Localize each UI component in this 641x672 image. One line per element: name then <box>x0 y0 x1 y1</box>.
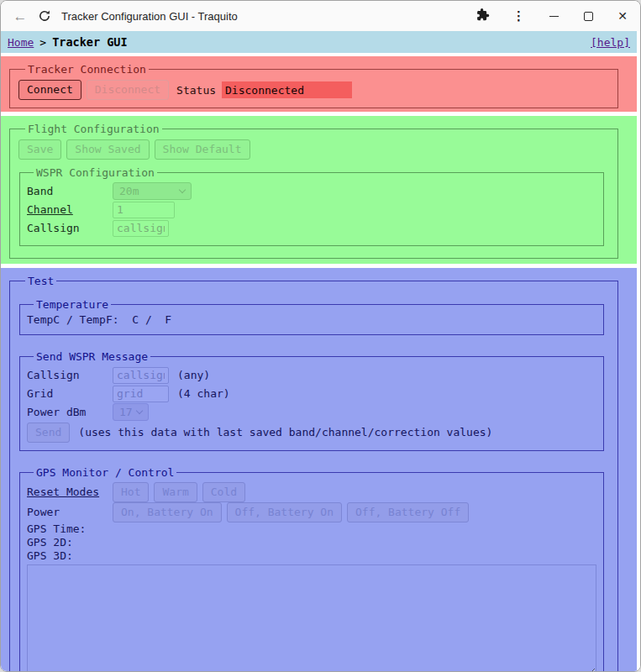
close-button[interactable]: ✕ <box>617 10 628 22</box>
gps-monitor-fieldset: GPS Monitor / Control Reset Modes Hot Wa… <box>19 466 604 672</box>
wspr-configuration-legend: WSPR Configuration <box>34 166 157 179</box>
wspr-configuration-fieldset: WSPR Configuration Band 20m Channel Call… <box>19 166 604 246</box>
tracker-connection-fieldset: Tracker Connection Connect Disconnect St… <box>9 63 618 108</box>
breadcrumb: Home > Tracker GUI [help] <box>1 31 637 53</box>
send-button[interactable]: Send <box>27 423 70 443</box>
power-dbm-select[interactable]: 17 <box>113 403 149 421</box>
gps-power-off-batt-on-button[interactable]: Off, Battery On <box>227 502 342 522</box>
callsign-input[interactable] <box>113 220 169 237</box>
send-callsign-label: Callsign <box>27 369 113 381</box>
power-dbm-label: Power dBm <box>27 406 113 418</box>
disconnect-button[interactable]: Disconnect <box>87 80 169 100</box>
temperature-legend: Temperature <box>34 298 111 311</box>
test-legend: Test <box>25 275 56 287</box>
tracker-connection-legend: Tracker Connection <box>25 63 149 76</box>
test-section: Test Temperature TempC / TempF: C / F Se… <box>1 268 637 672</box>
status-label: Status <box>176 84 216 97</box>
channel-input[interactable] <box>113 202 175 218</box>
gps-hot-button[interactable]: Hot <box>113 482 149 502</box>
extensions-puzzle-icon[interactable] <box>475 8 490 25</box>
minimize-button[interactable] <box>548 10 560 22</box>
send-callsign-input[interactable] <box>113 367 169 384</box>
status-value: Disconnected <box>222 81 352 98</box>
breadcrumb-separator: > <box>39 36 46 49</box>
grid-note: (4 char) <box>177 387 230 400</box>
temperature-fieldset: Temperature TempC / TempF: C / F <box>19 298 604 335</box>
show-saved-button[interactable]: Show Saved <box>66 139 149 160</box>
callsign-label: Callsign <box>27 222 113 234</box>
flight-configuration-section: Flight Configuration Save Show Saved Sho… <box>1 116 637 264</box>
show-default-button[interactable]: Show Default <box>155 139 250 160</box>
gps-output-textarea[interactable] <box>27 564 596 672</box>
toolbar-right: ⋮ ✕ <box>475 8 628 25</box>
gps-monitor-legend: GPS Monitor / Control <box>34 466 176 479</box>
grid-label: Grid <box>27 387 113 400</box>
help-link[interactable]: [help] <box>591 36 630 49</box>
test-fieldset: Test Temperature TempC / TempF: C / F Se… <box>9 275 618 672</box>
flight-configuration-fieldset: Flight Configuration Save Show Saved Sho… <box>9 123 618 259</box>
band-label: Band <box>27 185 113 197</box>
refresh-icon[interactable] <box>38 9 51 23</box>
gps-cold-button[interactable]: Cold <box>202 482 245 502</box>
send-callsign-note: (any) <box>177 369 210 381</box>
reset-modes-link[interactable]: Reset Modes <box>27 486 99 498</box>
gps-3d-label: GPS 3D: <box>27 549 596 562</box>
send-note: (uses this data with last saved band/cha… <box>78 426 492 438</box>
browser-window: ← Tracker Configuration GUI - Traquito ⋮… <box>0 0 641 672</box>
gps-power-off-batt-off-button[interactable]: Off, Battery Off <box>347 502 469 522</box>
chevron-down-icon <box>135 407 142 413</box>
band-select[interactable]: 20m <box>113 182 192 200</box>
maximize-button[interactable] <box>582 10 594 22</box>
connect-button[interactable]: Connect <box>18 80 81 100</box>
breadcrumb-current: Tracker GUI <box>52 35 127 49</box>
browser-toolbar: ← Tracker Configuration GUI - Traquito ⋮… <box>1 1 640 31</box>
window-title: Tracker Configuration GUI - Traquito <box>61 10 475 23</box>
gps-2d-label: GPS 2D: <box>27 536 596 549</box>
send-wspr-fieldset: Send WSPR Message Callsign (any) Grid (4… <box>19 350 604 451</box>
page: Home > Tracker GUI [help] Tracker Connec… <box>1 31 640 672</box>
home-link[interactable]: Home <box>8 36 34 49</box>
flight-configuration-legend: Flight Configuration <box>25 123 162 135</box>
grid-input[interactable] <box>113 386 169 402</box>
gps-time-label: GPS Time: <box>27 522 596 535</box>
chevron-down-icon <box>179 186 186 192</box>
gps-power-label: Power <box>27 506 113 518</box>
gps-power-on-batt-on-button[interactable]: On, Battery On <box>113 502 222 522</box>
back-icon[interactable]: ← <box>11 9 29 24</box>
gps-warm-button[interactable]: Warm <box>154 482 197 502</box>
temperature-readout: TempC / TempF: C / F <box>27 313 596 326</box>
tracker-connection-section: Tracker Connection Connect Disconnect St… <box>1 56 637 112</box>
send-wspr-legend: Send WSPR Message <box>34 350 150 363</box>
save-button[interactable]: Save <box>18 139 61 160</box>
channel-link[interactable]: Channel <box>27 203 73 216</box>
menu-kebab-icon[interactable]: ⋮ <box>512 8 525 24</box>
